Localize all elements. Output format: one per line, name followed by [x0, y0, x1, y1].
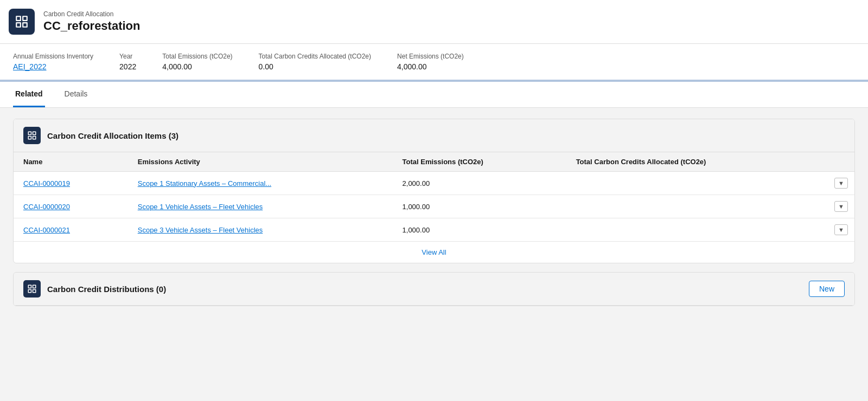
- svg-rect-1: [23, 16, 27, 21]
- distributions-icon: [23, 280, 41, 297]
- tab-related[interactable]: Related: [13, 82, 45, 107]
- svg-rect-0: [16, 16, 21, 21]
- row-credits-1: [566, 195, 825, 218]
- header-subtitle: Carbon Credit Allocation: [43, 10, 140, 18]
- meta-value-3: 0.00: [259, 62, 371, 71]
- svg-rect-2: [23, 23, 27, 27]
- distributions-header-left: Carbon Credit Distributions (0): [23, 280, 166, 297]
- col-header-0: Name: [14, 152, 128, 172]
- meta-label-3: Total Carbon Credits Allocated (tCO2e): [259, 53, 371, 60]
- meta-label-1: Year: [119, 53, 136, 60]
- meta-value-1: 2022: [119, 62, 136, 71]
- svg-rect-4: [28, 132, 31, 134]
- svg-rect-8: [28, 285, 31, 288]
- row-name-2[interactable]: CCAI-0000021: [14, 218, 128, 242]
- col-header-1: Emissions Activity: [128, 152, 393, 172]
- svg-rect-6: [33, 137, 36, 139]
- row-activity-0[interactable]: Scope 1 Stationary Assets – Commercial..…: [128, 172, 393, 195]
- svg-rect-10: [33, 290, 36, 293]
- row-dropdown-btn-0[interactable]: ▼: [834, 178, 848, 189]
- meta-field-0: Annual Emissions InventoryAEI_2022: [13, 53, 93, 71]
- svg-rect-11: [28, 290, 31, 293]
- row-name-1[interactable]: CCAI-0000020: [14, 195, 128, 218]
- meta-value-2: 4,000.00: [162, 62, 232, 71]
- table-row: CCAI-0000020Scope 1 Vehicle Assets – Fle…: [14, 195, 854, 218]
- distributions-title: Carbon Credit Distributions (0): [47, 284, 166, 294]
- distributions-card: Carbon Credit Distributions (0) New: [13, 272, 855, 306]
- allocation-items-table: NameEmissions ActivityTotal Emissions (t…: [14, 152, 854, 263]
- allocation-items-table-wrap: NameEmissions ActivityTotal Emissions (t…: [14, 152, 854, 263]
- meta-bar: Annual Emissions InventoryAEI_2022Year20…: [0, 44, 868, 82]
- allocation-items-title: Carbon Credit Allocation Items (3): [47, 131, 178, 140]
- row-credits-0: [566, 172, 825, 195]
- row-activity-1[interactable]: Scope 1 Vehicle Assets – Fleet Vehicles: [128, 195, 393, 218]
- view-all-cell: View All: [14, 242, 854, 263]
- page-title: CC_reforestation: [43, 19, 140, 33]
- meta-label-2: Total Emissions (tCO2e): [162, 53, 232, 60]
- meta-field-4: Net Emissions (tCO2e)4,000.00: [397, 53, 464, 71]
- row-dropdown-btn-1[interactable]: ▼: [834, 201, 848, 212]
- table-row: CCAI-0000019Scope 1 Stationary Assets – …: [14, 172, 854, 195]
- meta-field-2: Total Emissions (tCO2e)4,000.00: [162, 53, 232, 71]
- main-content: Carbon Credit Allocation Items (3) NameE…: [0, 108, 868, 317]
- col-header-action: [825, 152, 854, 172]
- svg-rect-9: [33, 285, 36, 288]
- row-activity-2[interactable]: Scope 3 Vehicle Assets – Fleet Vehicles: [128, 218, 393, 242]
- meta-field-1: Year2022: [119, 53, 136, 71]
- table-row: CCAI-0000021Scope 3 Vehicle Assets – Fle…: [14, 218, 854, 242]
- row-emissions-2: 1,000.00: [393, 218, 566, 242]
- row-action-2[interactable]: ▼: [825, 218, 854, 242]
- row-emissions-0: 2,000.00: [393, 172, 566, 195]
- row-dropdown-btn-2[interactable]: ▼: [834, 224, 848, 235]
- allocation-items-icon: [23, 127, 41, 144]
- row-emissions-1: 1,000.00: [393, 195, 566, 218]
- col-header-3: Total Carbon Credits Allocated (tCO2e): [566, 152, 825, 172]
- allocation-items-card: Carbon Credit Allocation Items (3) NameE…: [13, 119, 855, 263]
- svg-rect-5: [33, 132, 36, 134]
- header-text-block: Carbon Credit Allocation CC_reforestatio…: [43, 10, 140, 33]
- svg-rect-7: [28, 137, 31, 139]
- meta-label-4: Net Emissions (tCO2e): [397, 53, 464, 60]
- row-credits-2: [566, 218, 825, 242]
- row-name-0[interactable]: CCAI-0000019: [14, 172, 128, 195]
- meta-value-4: 4,000.00: [397, 62, 464, 71]
- svg-rect-3: [16, 23, 21, 27]
- meta-label-0: Annual Emissions Inventory: [13, 53, 93, 60]
- meta-value-0[interactable]: AEI_2022: [13, 62, 93, 71]
- col-header-2: Total Emissions (tCO2e): [393, 152, 566, 172]
- new-distribution-button[interactable]: New: [809, 281, 845, 297]
- tabs-bar: RelatedDetails: [0, 82, 868, 108]
- allocation-items-header-left: Carbon Credit Allocation Items (3): [23, 127, 178, 144]
- page-header: Carbon Credit Allocation CC_reforestatio…: [0, 0, 868, 44]
- meta-field-3: Total Carbon Credits Allocated (tCO2e)0.…: [259, 53, 371, 71]
- view-all-row: View All: [14, 242, 854, 263]
- tab-details[interactable]: Details: [62, 82, 90, 107]
- header-icon: [9, 9, 35, 35]
- view-all-link[interactable]: View All: [422, 248, 446, 256]
- allocation-items-card-header: Carbon Credit Allocation Items (3): [14, 119, 854, 152]
- row-action-1[interactable]: ▼: [825, 195, 854, 218]
- row-action-0[interactable]: ▼: [825, 172, 854, 195]
- distributions-card-header: Carbon Credit Distributions (0) New: [14, 273, 854, 306]
